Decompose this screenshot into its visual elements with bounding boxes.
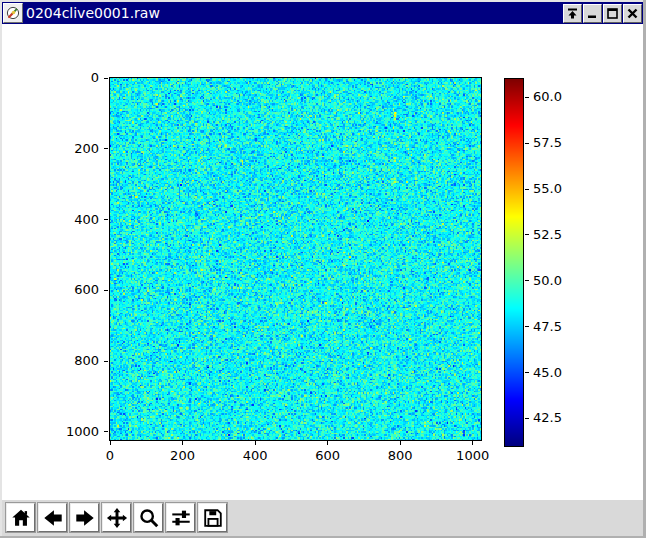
colorbar-tick-label: 55.0 (533, 181, 562, 197)
colorbar-tick-mark (525, 418, 529, 419)
colorbar-tick-label: 45.0 (533, 365, 562, 381)
y-tick-label: 0 (2, 70, 99, 86)
colorbar-tick-label: 52.5 (533, 227, 562, 243)
forward-button[interactable] (70, 503, 99, 532)
save-floppy-icon (202, 507, 224, 529)
colorbar-tick-label: 42.5 (533, 410, 562, 426)
y-tick-label: 600 (2, 282, 99, 298)
sliders-icon (170, 507, 192, 529)
colorbar-tick-label: 57.5 (533, 135, 562, 151)
minimize-button[interactable] (583, 4, 602, 23)
y-tick-mark (104, 361, 108, 362)
colorbar-frame (504, 78, 524, 447)
colorbar-gradient (505, 79, 523, 446)
back-button[interactable] (38, 503, 67, 532)
figure-canvas: 020040060080010000200400600800100060.057… (2, 24, 643, 500)
x-tick-label: 800 (388, 448, 413, 464)
x-tick-mark (110, 441, 111, 445)
minimize-icon (586, 7, 599, 20)
x-tick-mark (255, 441, 256, 445)
x-tick-label: 600 (315, 448, 340, 464)
y-tick-label: 400 (2, 212, 99, 228)
colorbar-tick-mark (525, 143, 529, 144)
y-tick-label: 1000 (2, 424, 99, 440)
colorbar-tick-label: 50.0 (533, 273, 562, 289)
pan-button[interactable] (102, 503, 131, 532)
x-tick-mark (400, 441, 401, 445)
heatmap-image[interactable] (110, 78, 481, 440)
colorbar-tick-mark (525, 234, 529, 235)
x-tick-label: 0 (106, 448, 114, 464)
colorbar-tick-mark (525, 97, 529, 98)
x-tick-label: 400 (243, 448, 268, 464)
colorbar-tick-label: 60.0 (533, 89, 562, 105)
shade-button[interactable] (563, 4, 582, 23)
colorbar-tick-mark (525, 189, 529, 190)
x-tick-mark (327, 441, 328, 445)
forward-arrow-icon (74, 507, 96, 529)
rollup-arrow-icon (566, 7, 579, 20)
y-tick-mark (104, 78, 108, 79)
colorbar-tick-mark (525, 280, 529, 281)
x-tick-label: 200 (170, 448, 195, 464)
colorbar-tick-mark (525, 326, 529, 327)
x-tick-mark (182, 441, 183, 445)
window-titlebar[interactable]: 0204clive0001.raw (2, 2, 643, 24)
zoom-button[interactable] (134, 503, 163, 532)
plot-axes-frame (109, 77, 482, 441)
pan-arrows-icon (106, 507, 128, 529)
home-icon (10, 507, 32, 529)
navigation-toolbar (2, 500, 643, 536)
y-tick-label: 200 (2, 141, 99, 157)
colorbar-tick-mark (525, 372, 529, 373)
app-icon (6, 6, 20, 20)
window-title: 0204clive0001.raw (23, 2, 562, 24)
maximize-icon (606, 7, 619, 20)
window-menu-button[interactable] (3, 3, 23, 23)
x-tick-label: 1000 (456, 448, 489, 464)
y-tick-mark (104, 290, 108, 291)
x-tick-mark (472, 441, 473, 445)
y-tick-mark (104, 148, 108, 149)
save-button[interactable] (198, 503, 227, 532)
close-icon (626, 7, 639, 20)
colorbar-tick-label: 47.5 (533, 319, 562, 335)
close-button[interactable] (623, 4, 642, 23)
y-tick-label: 800 (2, 353, 99, 369)
configure-subplots-button[interactable] (166, 503, 195, 532)
back-arrow-icon (42, 507, 64, 529)
home-button[interactable] (6, 503, 35, 532)
figure-window: 0204clive0001.raw (0, 0, 646, 538)
y-tick-mark (104, 219, 108, 220)
maximize-button[interactable] (603, 4, 622, 23)
magnifier-icon (138, 507, 160, 529)
y-tick-mark (104, 431, 108, 432)
